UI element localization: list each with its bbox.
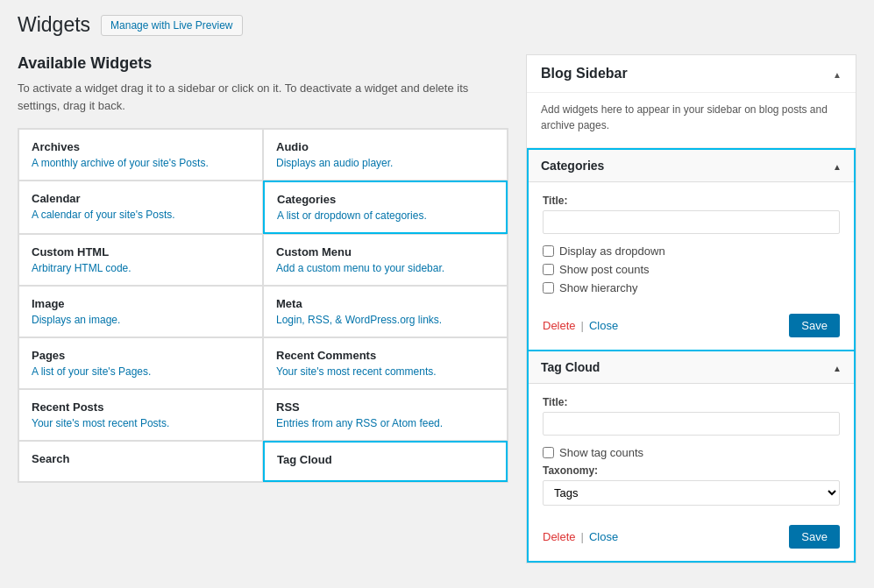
widget-image[interactable]: ImageDisplays an image.: [18, 286, 263, 337]
widget-calendar[interactable]: CalendarA calendar of your site's Posts.: [18, 181, 263, 234]
widget-panel-title-tag-cloud-widget: Tag Cloud: [541, 360, 600, 374]
widget-search[interactable]: Search: [18, 441, 263, 482]
widget-recent-comments[interactable]: Recent CommentsYour site's most recent c…: [263, 337, 508, 389]
widget-panel-body-categories-widget: Title: Display as dropdown Show post cou…: [529, 182, 854, 350]
widget-name-rss: RSS: [276, 400, 494, 414]
checkbox-label-show-post-counts: Show post counts: [559, 263, 650, 276]
widget-name-tag-cloud: Tag Cloud: [277, 453, 494, 466]
widget-name-pages: Pages: [32, 349, 250, 362]
available-widgets-description: To activate a widget drag it to a sideba…: [18, 80, 508, 114]
checkbox-show-tag-counts[interactable]: [543, 447, 554, 458]
checkbox-label-show-tag-counts: Show tag counts: [559, 446, 643, 459]
sidebar-title: Blog Sidebar: [541, 66, 628, 81]
sidebar-widget-tag-cloud-widget: Tag Cloud Title: Show tag counts Taxonom…: [527, 351, 856, 563]
checkbox-row-display-dropdown: Display as dropdown: [543, 244, 840, 258]
action-links-categories-widget: Delete | Close: [543, 319, 618, 332]
checkbox-show-post-counts[interactable]: [543, 264, 554, 275]
blog-sidebar-panel: Blog Sidebar Add widgets here to appear …: [526, 54, 856, 563]
checkbox-label-show-hierarchy: Show hierarchy: [559, 281, 638, 294]
close-link-tag-cloud-widget[interactable]: Close: [589, 530, 618, 543]
widget-name-audio: Audio: [276, 140, 494, 153]
widget-panel-header-categories-widget[interactable]: Categories: [529, 150, 854, 182]
widget-name-recent-posts: Recent Posts: [32, 400, 250, 414]
widget-desc-rss: Entries from any RSS or Atom feed.: [276, 417, 494, 429]
save-button-tag-cloud-widget[interactable]: Save: [789, 525, 840, 549]
checkbox-row-show-post-counts: Show post counts: [543, 263, 840, 276]
widget-collapse-icon-categories-widget[interactable]: [833, 159, 842, 173]
widget-panel-body-tag-cloud-widget: Title: Show tag counts Taxonomy: TagsCat…: [529, 384, 854, 561]
widget-actions-categories-widget: Delete | Close Save: [543, 305, 840, 337]
widget-desc-categories: A list or dropdown of categories.: [277, 209, 494, 222]
widget-collapse-icon-tag-cloud-widget[interactable]: [833, 361, 842, 374]
title-row-tag-cloud-widget: Title:: [543, 396, 840, 436]
taxonomy-select[interactable]: TagsCategoriesPost Format: [543, 480, 840, 506]
widget-audio[interactable]: AudioDisplays an audio player.: [263, 129, 508, 181]
widget-desc-audio: Displays an audio player.: [276, 157, 494, 169]
widget-desc-image: Displays an image.: [32, 314, 250, 326]
widget-name-custom-html: Custom HTML: [32, 245, 250, 259]
widget-desc-recent-posts: Your site's most recent Posts.: [32, 417, 250, 429]
checkbox-label-display-dropdown: Display as dropdown: [559, 244, 665, 258]
delete-link-categories-widget[interactable]: Delete: [543, 319, 576, 332]
close-link-categories-widget[interactable]: Close: [589, 319, 618, 332]
checkbox-row-show-tag-counts: Show tag counts: [543, 446, 840, 459]
title-input-tag-cloud-widget[interactable]: [543, 412, 840, 436]
title-row-categories-widget: Title:: [543, 195, 840, 234]
separator-tag-cloud-widget: |: [581, 530, 584, 543]
taxonomy-label: Taxonomy:: [543, 464, 840, 477]
available-widgets-title: Available Widgets: [18, 54, 508, 73]
live-preview-button[interactable]: Manage with Live Preview: [101, 15, 242, 36]
checkbox-display-dropdown[interactable]: [543, 245, 554, 257]
widget-name-meta: Meta: [276, 297, 494, 310]
widget-archives[interactable]: ArchivesA monthly archive of your site's…: [18, 129, 263, 181]
widget-custom-menu[interactable]: Custom MenuAdd a custom menu to your sid…: [263, 234, 508, 286]
save-button-categories-widget[interactable]: Save: [789, 314, 840, 337]
widget-desc-custom-menu: Add a custom menu to your sidebar.: [276, 262, 494, 274]
sidebar-widgets-container: Categories Title: Display as dropdown Sh…: [527, 148, 856, 563]
widget-meta[interactable]: MetaLogin, RSS, & WordPress.org links.: [263, 286, 508, 337]
widget-desc-archives: A monthly archive of your site's Posts.: [32, 157, 250, 169]
separator-categories-widget: |: [581, 319, 584, 332]
checkbox-show-hierarchy[interactable]: [543, 282, 554, 294]
widget-name-search: Search: [32, 452, 250, 465]
widget-desc-meta: Login, RSS, & WordPress.org links.: [276, 314, 494, 326]
widget-desc-pages: A list of your site's Pages.: [32, 365, 250, 378]
widget-desc-custom-html: Arbitrary HTML code.: [32, 262, 250, 274]
action-links-tag-cloud-widget: Delete | Close: [543, 530, 618, 543]
checkbox-row-show-hierarchy: Show hierarchy: [543, 281, 840, 294]
widgets-grid: ArchivesA monthly archive of your site's…: [18, 128, 508, 483]
widget-panel-title-categories-widget: Categories: [541, 159, 604, 173]
widget-panel-header-tag-cloud-widget[interactable]: Tag Cloud: [529, 351, 854, 384]
widget-name-recent-comments: Recent Comments: [276, 349, 494, 362]
widget-desc-calendar: A calendar of your site's Posts.: [32, 209, 250, 221]
widget-rss[interactable]: RSSEntries from any RSS or Atom feed.: [263, 389, 508, 441]
widget-pages[interactable]: PagesA list of your site's Pages.: [18, 337, 263, 389]
widget-actions-tag-cloud-widget: Delete | Close Save: [543, 516, 840, 549]
widget-name-calendar: Calendar: [32, 192, 250, 205]
delete-link-tag-cloud-widget[interactable]: Delete: [543, 530, 576, 543]
title-label-categories-widget: Title:: [543, 195, 840, 207]
sidebar-header: Blog Sidebar: [527, 55, 856, 93]
sidebar-description: Add widgets here to appear in your sideb…: [527, 93, 856, 148]
page-title: Widgets: [18, 13, 90, 37]
widget-categories[interactable]: CategoriesA list or dropdown of categori…: [263, 181, 508, 234]
taxonomy-row: Taxonomy: TagsCategoriesPost Format: [543, 464, 840, 506]
sidebar-widget-categories-widget: Categories Title: Display as dropdown Sh…: [527, 148, 856, 351]
widget-tag-cloud[interactable]: Tag Cloud: [263, 441, 508, 482]
widget-recent-posts[interactable]: Recent PostsYour site's most recent Post…: [18, 389, 263, 441]
widget-custom-html[interactable]: Custom HTMLArbitrary HTML code.: [18, 234, 263, 286]
widget-name-custom-menu: Custom Menu: [276, 245, 494, 259]
widget-desc-recent-comments: Your site's most recent comments.: [276, 365, 494, 378]
widget-name-image: Image: [32, 297, 250, 310]
title-input-categories-widget[interactable]: [543, 210, 840, 234]
available-widgets-panel: Available Widgets To activate a widget d…: [18, 54, 508, 483]
widget-name-archives: Archives: [32, 140, 250, 153]
title-label-tag-cloud-widget: Title:: [543, 396, 840, 408]
collapse-all-icon[interactable]: [833, 66, 842, 81]
widget-name-categories: Categories: [277, 193, 494, 206]
